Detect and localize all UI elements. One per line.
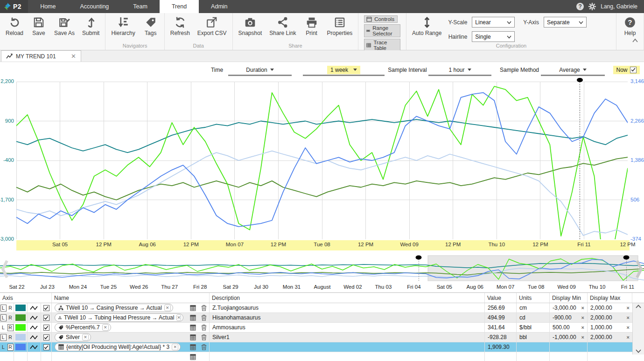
trace-visible-checkbox[interactable]: [43, 334, 49, 340]
display-max-cell[interactable]: 2,000.00×: [588, 333, 632, 342]
axis-left-button[interactable]: L: [0, 324, 7, 331]
trace-color-swatch[interactable]: [15, 305, 26, 311]
collapse-ribbon-icon[interactable]: [632, 38, 638, 43]
now-toggle[interactable]: Now: [613, 62, 639, 77]
nav-tab-trend[interactable]: Trend: [160, 0, 199, 13]
axis-right-button[interactable]: R: [7, 305, 14, 312]
help-circle-icon[interactable]: ?: [576, 3, 584, 10]
axis-left-button[interactable]: L: [0, 334, 7, 341]
axis-left-button[interactable]: L: [0, 314, 7, 321]
trace-color-swatch[interactable]: [15, 324, 26, 331]
y-scale-select[interactable]: Linear: [472, 17, 515, 28]
properties-button[interactable]: Properties: [323, 13, 357, 36]
tags-button[interactable]: Tags: [139, 13, 162, 36]
display-limit-value[interactable]: 2,000.00: [590, 305, 612, 311]
clear-limit-icon[interactable]: ×: [627, 315, 630, 320]
display-limit-value[interactable]: -3,000.00: [553, 305, 576, 311]
remove-trace-icon[interactable]: ✕: [164, 305, 171, 311]
hairline-handle[interactable]: [577, 78, 583, 82]
save-as-button[interactable]: Save As: [50, 13, 78, 36]
save-button[interactable]: Save: [27, 13, 50, 36]
overview-chart[interactable]: [0, 254, 644, 282]
trace-name-pill[interactable]: TWell 10 → Casing Pressure → Actual✕: [55, 304, 173, 312]
main-chart-plot[interactable]: [16, 82, 628, 239]
hierarchy-button[interactable]: Hierarchy: [107, 13, 139, 36]
hairline[interactable]: [580, 82, 580, 239]
trace-name-pill[interactable]: {entity[Oil Producing Well]:Age!Actual} …: [55, 343, 181, 351]
trace-row[interactable]: LRTWell 10 → Casing Pressure → Actual✕Z.…: [0, 303, 632, 313]
axis-right-button[interactable]: R: [7, 344, 14, 351]
now-checkbox[interactable]: [630, 67, 637, 73]
help-button[interactable]: ? Help: [618, 13, 642, 36]
display-max-cell[interactable]: 1,000.00×: [588, 323, 632, 332]
clear-limit-icon[interactable]: ×: [627, 305, 630, 311]
clear-limit-icon[interactable]: ×: [581, 334, 584, 340]
refresh-button[interactable]: Refresh: [167, 13, 194, 36]
display-limit-value[interactable]: 500.00: [553, 324, 570, 331]
line-style-button[interactable]: [28, 333, 41, 342]
line-style-button[interactable]: [28, 323, 41, 332]
expression-button[interactable]: [187, 313, 198, 322]
tab-my-trend-101[interactable]: MY TREND 101 ✕: [1, 50, 81, 62]
display-max-cell[interactable]: 2,000.00×: [588, 313, 632, 322]
gear-icon[interactable]: [588, 3, 596, 10]
display-max-cell[interactable]: 2,000.00×: [588, 303, 632, 312]
reload-button[interactable]: Reload: [2, 13, 27, 36]
trace-visible-checkbox[interactable]: [43, 305, 49, 311]
display-min-cell[interactable]: [550, 342, 588, 352]
display-min-cell[interactable]: 500.00×: [550, 323, 588, 332]
trace-row[interactable]: LRSilver✕Silver1-928.28bbl-1,000.00×2,00…: [0, 333, 632, 342]
display-min-cell[interactable]: -1,000.00×: [550, 333, 588, 342]
trace-row[interactable]: LR%Percent%.7✕Ammosaurus341.64$/bbl500.0…: [0, 323, 632, 333]
trace-visible-checkbox[interactable]: [43, 344, 49, 350]
clear-limit-icon[interactable]: ×: [581, 325, 584, 330]
remove-trace-icon[interactable]: ✕: [172, 344, 178, 350]
delete-trace-button[interactable]: [198, 333, 210, 342]
user-name[interactable]: Lang, Gabriele: [601, 3, 637, 10]
line-style-button[interactable]: [28, 342, 41, 352]
toggle-controls[interactable]: Controls: [364, 15, 398, 23]
display-limit-value[interactable]: 1,000.00: [590, 324, 612, 331]
submit-button[interactable]: Submit: [78, 13, 103, 36]
trace-name-pill[interactable]: TWell 10 → Tubing Head Pressure → Actual…: [55, 313, 183, 322]
print-button[interactable]: Print: [300, 13, 323, 36]
share-link-button[interactable]: Share Link: [266, 13, 300, 36]
sample-method-dropdown[interactable]: Average: [541, 62, 605, 77]
axis-left-button[interactable]: L: [0, 305, 7, 312]
expression-button[interactable]: [187, 333, 198, 342]
axis-right-button[interactable]: R: [7, 334, 14, 341]
clear-limit-icon[interactable]: ×: [581, 315, 584, 320]
display-limit-value[interactable]: -900.00: [553, 314, 572, 321]
expression-button[interactable]: [187, 323, 198, 332]
line-style-button[interactable]: [28, 313, 41, 322]
y-axis-select[interactable]: Separate: [544, 17, 587, 28]
duration-value-dropdown[interactable]: 1 week: [303, 62, 385, 77]
nav-tab-home[interactable]: Home: [28, 0, 68, 13]
scroll-down-icon[interactable]: [636, 349, 641, 353]
display-limit-value[interactable]: 2,000.00: [590, 334, 612, 340]
expression-button[interactable]: [187, 342, 198, 352]
nav-tab-team[interactable]: Team: [121, 0, 160, 13]
toggle-range-selector[interactable]: Range Selector: [364, 24, 400, 37]
delete-trace-button[interactable]: [198, 342, 210, 352]
axis-right-button[interactable]: R: [7, 314, 14, 321]
trace-color-swatch[interactable]: [15, 344, 26, 350]
remove-trace-icon[interactable]: ✕: [102, 324, 109, 331]
display-min-cell[interactable]: -3,000.00×: [550, 303, 588, 312]
nav-tab-admin[interactable]: Admin: [199, 0, 239, 13]
export-csv-button[interactable]: Export CSV: [194, 13, 231, 36]
display-limit-value[interactable]: -1,000.00: [553, 334, 576, 340]
range-handle[interactable]: [623, 256, 630, 260]
snapshot-button[interactable]: Snapshot: [235, 13, 266, 36]
delete-trace-button[interactable]: [198, 303, 210, 312]
delete-trace-button[interactable]: [198, 313, 210, 322]
trace-name-pill[interactable]: Silver✕: [55, 333, 91, 341]
pan-right-icon[interactable]: [636, 259, 643, 279]
trace-name-pill[interactable]: %Percent%.7✕: [55, 323, 111, 332]
auto-range-button[interactable]: Auto Range: [408, 13, 445, 36]
trace-row[interactable]: [0, 352, 632, 361]
display-min-cell[interactable]: -900.00×: [550, 313, 588, 322]
trace-color-swatch[interactable]: [15, 334, 26, 340]
trace-row[interactable]: LR{entity[Oil Producing Well]:Age!Actual…: [0, 342, 632, 352]
trace-row[interactable]: LRTWell 10 → Tubing Head Pressure → Actu…: [0, 313, 632, 323]
